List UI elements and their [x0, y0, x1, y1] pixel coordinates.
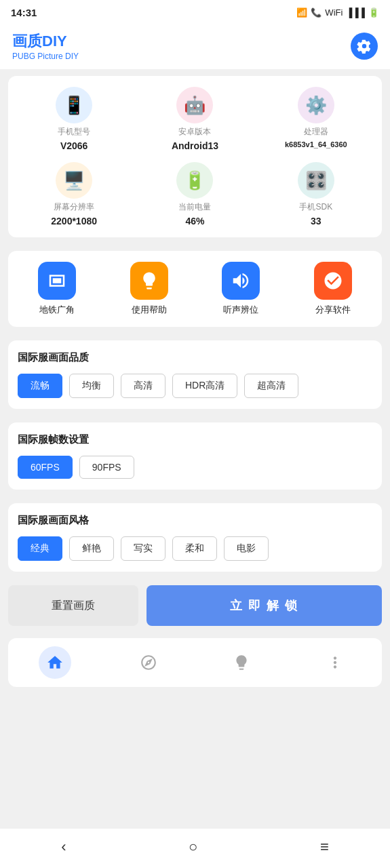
action-help[interactable]: 使用帮助: [106, 262, 193, 316]
wifi-icon: WiFi: [325, 7, 343, 18]
android-version-item: 🤖 安卓版本 Android13: [134, 87, 255, 151]
action-audio-label: 听声辨位: [223, 304, 258, 316]
nav-compass[interactable]: [132, 646, 165, 679]
android-label: 安卓版本: [178, 126, 211, 138]
bottom-actions: 重置画质 立 即 解 锁: [8, 585, 382, 626]
style-vivid-btn[interactable]: 鲜艳: [69, 536, 114, 561]
header: 画质DIY PUBG Picture DIY: [0, 24, 390, 69]
device-grid: 📱 手机型号 V2066 🤖 安卓版本 Android13 ⚙️ 处理器 k68…: [14, 87, 376, 226]
action-subway-label: 地铁广角: [39, 304, 75, 316]
recents-button[interactable]: ≡: [320, 838, 329, 856]
action-subway-wide[interactable]: 地铁广角: [14, 262, 100, 316]
network-icon: ▐▐▐: [346, 7, 365, 18]
bulb-icon: [233, 654, 250, 671]
settings-button[interactable]: [351, 33, 378, 60]
quick-actions-card: 地铁广角 使用帮助 听声辨位 分享软件: [8, 251, 382, 327]
frame-rate-options: 60FPS 90FPS: [18, 456, 372, 479]
signal-icon: 📶: [296, 7, 307, 18]
device-model-label: 手机型号: [58, 126, 90, 138]
sdk-item: 🎛️ 手机SDK 33: [256, 162, 376, 226]
picture-style-title: 国际服画面风格: [18, 514, 372, 527]
unlock-button[interactable]: 立 即 解 锁: [147, 585, 382, 626]
cpu-label: 处理器: [304, 126, 328, 138]
resolution-value: 2200*1080: [51, 216, 97, 226]
subway-wide-icon: [38, 262, 76, 300]
picture-quality-section: 国际服画面品质 流畅 均衡 高清 HDR高清 超高清: [8, 340, 382, 409]
home-icon: [46, 654, 64, 671]
back-button[interactable]: ‹: [61, 838, 66, 856]
frame-rate-title: 国际服帧数设置: [18, 433, 372, 446]
battery-label: 当前电量: [178, 201, 211, 213]
cpu-value: k6853v1_64_6360: [285, 140, 347, 149]
app-subtitle: PUBG Picture DIY: [12, 52, 79, 61]
home-button[interactable]: ○: [189, 838, 197, 856]
picture-quality-title: 国际服画面品质: [18, 351, 372, 364]
share-icon: [314, 262, 352, 300]
action-help-label: 使用帮助: [132, 304, 167, 316]
device-info-card: 📱 手机型号 V2066 🤖 安卓版本 Android13 ⚙️ 处理器 k68…: [8, 76, 382, 237]
system-nav-bar: ‹ ○ ≡: [0, 829, 390, 868]
status-icons: 📶 📞 WiFi ▐▐▐ 🔋: [296, 7, 379, 18]
nav-bulb[interactable]: [225, 646, 258, 679]
fps-90-btn[interactable]: 90FPS: [79, 456, 134, 479]
device-model-item: 📱 手机型号 V2066: [14, 87, 134, 151]
quality-uhd-btn[interactable]: 超高清: [244, 374, 298, 398]
picture-quality-options: 流畅 均衡 高清 HDR高清 超高清: [18, 374, 372, 398]
status-time: 14:31: [11, 7, 37, 18]
resolution-item: 🖥️ 屏幕分辨率 2200*1080: [14, 162, 134, 226]
gear-icon: [357, 39, 372, 54]
sdk-value: 33: [311, 216, 321, 226]
help-icon: [130, 262, 168, 300]
action-share[interactable]: 分享软件: [290, 262, 376, 316]
cpu-item: ⚙️ 处理器 k6853v1_64_6360: [256, 87, 376, 151]
action-audio[interactable]: 听声辨位: [198, 262, 285, 316]
battery-level-icon: 🔋: [176, 162, 213, 199]
action-share-label: 分享软件: [315, 304, 351, 316]
fps-60-btn[interactable]: 60FPS: [18, 456, 73, 479]
android-value: Android13: [172, 140, 218, 151]
phone-model-icon: 📱: [56, 87, 92, 123]
resolution-label: 屏幕分辨率: [54, 201, 94, 213]
resolution-icon: 🖥️: [56, 162, 92, 199]
sdk-label: 手机SDK: [299, 201, 332, 213]
cpu-icon: ⚙️: [298, 87, 334, 123]
battery-value: 46%: [185, 216, 204, 226]
bottom-nav: [8, 638, 382, 687]
header-brand: 画质DIY PUBG Picture DIY: [12, 31, 79, 61]
nav-home[interactable]: [39, 646, 71, 679]
actions-grid: 地铁广角 使用帮助 听声辨位 分享软件: [14, 262, 376, 316]
quality-smooth-btn[interactable]: 流畅: [18, 374, 62, 398]
battery-icon: 🔋: [368, 7, 379, 18]
status-bar: 14:31 📶 📞 WiFi ▐▐▐ 🔋: [0, 0, 390, 24]
style-realistic-btn[interactable]: 写实: [121, 536, 165, 561]
battery-item: 🔋 当前电量 46%: [134, 162, 255, 226]
style-soft-btn[interactable]: 柔和: [172, 536, 217, 561]
style-classic-btn[interactable]: 经典: [18, 536, 62, 561]
call-icon: 📞: [311, 7, 321, 18]
compass-icon: [140, 654, 157, 671]
quality-hd-btn[interactable]: 高清: [121, 374, 165, 398]
nav-more[interactable]: [319, 646, 351, 679]
sdk-icon: 🎛️: [298, 162, 334, 199]
quality-hdr-btn[interactable]: HDR高清: [172, 374, 237, 398]
audio-icon: [222, 262, 260, 300]
app-title: 画质DIY: [12, 31, 79, 52]
quality-balanced-btn[interactable]: 均衡: [69, 374, 114, 398]
picture-style-options: 经典 鲜艳 写实 柔和 电影: [18, 536, 372, 561]
style-movie-btn[interactable]: 电影: [224, 536, 269, 561]
frame-rate-section: 国际服帧数设置 60FPS 90FPS: [8, 422, 382, 490]
reset-button[interactable]: 重置画质: [8, 585, 138, 626]
android-icon: 🤖: [176, 87, 213, 123]
picture-style-section: 国际服画面风格 经典 鲜艳 写实 柔和 电影: [8, 503, 382, 572]
device-model-value: V2066: [60, 140, 87, 151]
more-icon: [326, 654, 344, 671]
